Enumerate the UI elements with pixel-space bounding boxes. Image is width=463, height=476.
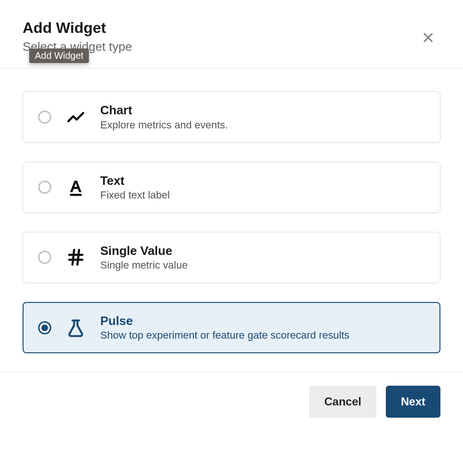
dialog-footer: Cancel Next: [0, 373, 463, 436]
option-title: Text: [100, 174, 170, 188]
radio-text[interactable]: [38, 181, 51, 194]
close-icon: [422, 31, 435, 44]
line-chart-icon: [64, 106, 87, 128]
next-button[interactable]: Next: [386, 386, 440, 418]
dialog-title: Add Widget: [23, 19, 440, 37]
svg-rect-2: [70, 194, 82, 196]
radio-chart[interactable]: [38, 111, 51, 124]
option-title: Chart: [100, 103, 228, 118]
option-description: Single metric value: [100, 259, 188, 271]
option-text: Chart Explore metrics and events.: [100, 103, 228, 131]
option-text-wrap: Pulse Show top experiment or feature gat…: [100, 314, 350, 341]
add-widget-dialog: Add Widget Select a widget type Add Widg…: [0, 0, 463, 436]
option-pulse[interactable]: Pulse Show top experiment or feature gat…: [23, 302, 440, 353]
tooltip: Add Widget: [29, 48, 89, 63]
option-description: Fixed text label: [100, 189, 170, 201]
dialog-header: Add Widget Select a widget type Add Widg…: [0, 0, 463, 68]
option-title: Pulse: [100, 314, 350, 328]
flask-icon: [64, 317, 87, 339]
option-description: Explore metrics and events.: [100, 119, 228, 131]
option-single-value[interactable]: Single Value Single metric value: [23, 232, 440, 283]
svg-line-6: [78, 250, 80, 265]
option-text-wrap: Single Value Single metric value: [100, 244, 188, 271]
option-description: Show top experiment or feature gate scor…: [100, 329, 350, 341]
option-title: Single Value: [100, 244, 188, 258]
cancel-button[interactable]: Cancel: [309, 386, 376, 418]
close-button[interactable]: [420, 29, 437, 46]
dialog-body: Chart Explore metrics and events. Text F…: [0, 69, 463, 372]
radio-pulse[interactable]: [38, 321, 51, 334]
option-text-wrap: Text Fixed text label: [100, 174, 170, 201]
hash-icon: [64, 246, 87, 269]
radio-single-value[interactable]: [38, 251, 51, 264]
svg-line-5: [72, 250, 74, 265]
option-chart[interactable]: Chart Explore metrics and events.: [23, 91, 440, 143]
option-text[interactable]: Text Fixed text label: [23, 162, 440, 213]
text-format-icon: [64, 176, 87, 198]
